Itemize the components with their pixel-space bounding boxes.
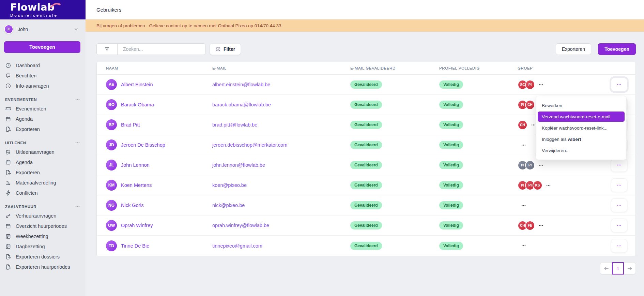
user-name-link[interactable]: Jeroen De Bisschop xyxy=(121,142,165,148)
sidebar-add-button[interactable]: Toevoegen xyxy=(4,41,80,53)
sidebar-item-exporteren-huurperiodes[interactable]: Exporteren huurperiodes xyxy=(0,262,86,272)
user-menu[interactable]: JL John xyxy=(0,19,86,36)
profile-complete-badge: Volledig xyxy=(439,242,463,250)
key-icon xyxy=(5,213,11,219)
sidebar-section-head: ZAALVERHUUR xyxy=(0,204,86,211)
context-menu-item-bewerken[interactable]: Bewerken xyxy=(538,100,625,110)
sidebar-item-weekbezetting[interactable]: Weekbezetting xyxy=(0,231,86,241)
sidebar-item-info-aanvragen[interactable]: Info-aanvragen xyxy=(0,81,86,91)
section-options-icon[interactable] xyxy=(75,97,80,102)
pagination-wrap: 1 xyxy=(96,262,636,275)
user-name-link[interactable]: Barack Obama xyxy=(121,102,154,107)
export-icon xyxy=(5,126,11,132)
row-actions-button[interactable] xyxy=(611,178,627,192)
sidebar-sections: EVENEMENTEN Evenementen Agenda Exportere… xyxy=(0,97,86,272)
profile-complete-badge: Volledig xyxy=(439,121,463,129)
user-name-link[interactable]: Oprah Winfrey xyxy=(121,223,153,228)
filter-button[interactable]: Filter xyxy=(210,43,241,55)
sidebar-item-agenda[interactable]: Agenda xyxy=(0,157,86,167)
lend-icon xyxy=(5,149,11,155)
row-avatar: NG xyxy=(106,200,117,211)
user-email-link[interactable]: oprah.winfrey@flowlab.be xyxy=(212,223,269,228)
prev-page-button[interactable] xyxy=(600,263,612,274)
user-email-link[interactable]: albert.einstein@flowlab.be xyxy=(212,82,270,87)
chat-icon xyxy=(5,73,11,79)
group-avatar: CH xyxy=(518,120,527,130)
filter-funnel-button[interactable] xyxy=(97,44,118,55)
sidebar-item-evenementen[interactable]: Evenementen xyxy=(0,104,86,114)
user-email-link[interactable]: john.lennon@flowlab.be xyxy=(212,162,265,168)
sidebar-item-label: Verhuuraanvragen xyxy=(16,213,56,219)
context-menu-item-inloggen-als-albert[interactable]: Inloggen als Albert xyxy=(538,134,625,144)
group-cell xyxy=(518,203,608,208)
row-actions-button[interactable] xyxy=(611,219,627,232)
sidebar-item-label: Berichten xyxy=(16,73,36,78)
email-validated-badge: Gevalideerd xyxy=(350,161,382,169)
sidebar-item-verhuuraanvragen[interactable]: Verhuuraanvragen xyxy=(0,211,86,221)
row-actions-button[interactable] xyxy=(611,198,627,212)
top-bar: Gebruikers xyxy=(86,0,644,19)
row-avatar: AE xyxy=(106,79,117,90)
sidebar-item-materiaalverdeling[interactable]: Materiaalverdeling xyxy=(0,178,86,188)
sidebar-item-agenda[interactable]: Agenda xyxy=(0,114,86,124)
sidebar-item-label: Exporteren xyxy=(16,170,40,175)
current-page[interactable]: 1 xyxy=(612,262,624,275)
sidebar-item-exporteren[interactable]: Exporteren xyxy=(0,167,86,178)
logo: Flowlab Dossiercentrale xyxy=(0,0,86,19)
column-header-groep: GROEP xyxy=(518,66,608,70)
context-menu-item-verwijderen[interactable]: Verwijderen... xyxy=(538,145,625,156)
user-email-link[interactable]: barack.obama@flowlab.be xyxy=(212,102,271,107)
chevron-down-icon[interactable] xyxy=(73,26,79,32)
next-page-button[interactable] xyxy=(624,263,635,274)
row-actions-button[interactable] xyxy=(611,78,627,91)
ellipsis-icon xyxy=(616,162,622,168)
group-avatar: CH xyxy=(525,100,535,110)
sidebar-item-label: Dagbezetting xyxy=(16,244,45,249)
row-actions-button[interactable] xyxy=(611,158,627,172)
user-name-link[interactable]: Brad Pitt xyxy=(121,122,140,128)
sidebar-item-dagbezetting[interactable]: Dagbezetting xyxy=(0,241,86,252)
context-menu-item-verzend-wachtwoord-reset-e-mail[interactable]: Verzend wachtwoord-reset-e-mail xyxy=(538,112,625,122)
add-user-button[interactable]: Toevoegen xyxy=(598,43,636,55)
calendar-icon xyxy=(5,159,11,165)
search-input[interactable] xyxy=(118,44,205,55)
user-email-link[interactable]: koen@pixeo.be xyxy=(212,182,247,188)
sidebar-item-exporteren-dossiers[interactable]: Exporteren dossiers xyxy=(0,252,86,262)
group-overflow-icon xyxy=(546,183,551,188)
email-validated-badge: Gevalideerd xyxy=(350,121,382,129)
export-icon xyxy=(5,264,11,270)
user-name-link[interactable]: Koen Mertens xyxy=(121,182,152,188)
table-row: OW Oprah Winfrey oprah.winfrey@flowlab.b… xyxy=(97,216,635,236)
notice-banner-text: Bij vragen of problemen - Gelieve contac… xyxy=(96,23,282,28)
user-name-link[interactable]: John Lennon xyxy=(121,162,150,168)
sidebar-item-dashboard[interactable]: Dashboard xyxy=(0,60,86,71)
email-validated-badge: Gevalideerd xyxy=(350,141,382,149)
section-options-icon[interactable] xyxy=(75,140,80,145)
row-actions-button[interactable] xyxy=(611,239,627,253)
calendar-icon xyxy=(5,223,11,229)
context-menu-item-kopi-er-wachtwoord-reset-link[interactable]: Kopiëer wachtwoord-reset-link... xyxy=(538,123,625,133)
sidebar-item-label: Conflicten xyxy=(16,190,37,196)
sidebar-item-uitleenaanvragen[interactable]: Uitleenaanvragen xyxy=(0,147,86,157)
user-email-link[interactable]: tinnepixeo@gmail.com xyxy=(212,243,262,249)
brand-subtitle: Dossiercentrale xyxy=(10,13,86,17)
user-name-link[interactable]: Tinne De Bie xyxy=(121,243,149,249)
user-name-link[interactable]: Albert Einstein xyxy=(121,82,153,87)
sidebar-item-label: Weekbezetting xyxy=(16,234,48,239)
user-email-link[interactable]: nick@pixeo.be xyxy=(212,203,245,208)
user-name-link[interactable]: Nick Goris xyxy=(121,203,144,208)
user-email-link[interactable]: brad.pitt@flowlab.be xyxy=(212,122,257,128)
sidebar-item-berichten[interactable]: Berichten xyxy=(0,71,86,81)
user-email-link[interactable]: jeroen.debisschop@merkator.com xyxy=(212,142,287,148)
row-avatar: JD xyxy=(106,139,117,150)
export-button[interactable]: Exporteren xyxy=(556,43,591,55)
ellipsis-icon xyxy=(616,182,622,188)
section-options-icon[interactable] xyxy=(75,204,80,209)
sidebar-item-exporteren[interactable]: Exporteren xyxy=(0,124,86,134)
calendar-week-icon xyxy=(5,233,11,239)
sidebar-item-label: Exporteren dossiers xyxy=(16,254,60,260)
sidebar-item-overzicht-huurperiodes[interactable]: Overzicht huurperiodes xyxy=(0,221,86,231)
sidebar-item-label: Agenda xyxy=(16,116,33,122)
group-overflow-icon xyxy=(521,203,526,208)
sidebar-item-conflicten[interactable]: Conflicten xyxy=(0,188,86,198)
